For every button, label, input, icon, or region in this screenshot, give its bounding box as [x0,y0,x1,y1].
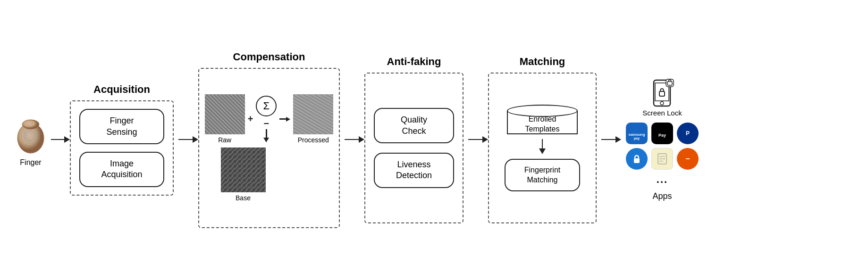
app-icons-row2: − [626,148,699,170]
acquisition-stage: Acquisition FingerSensing ImageAcquisiti… [70,83,174,196]
match-v-line [542,139,543,148]
acquisition-label: Acquisition [93,83,150,96]
finger-label: Finger [20,158,41,167]
samsung-pay-icon: samsung pay [626,123,648,144]
liveness-detection-box: LivenessDetection [374,153,454,188]
apps-section: Screen Lock samsung pay Pay P [626,78,699,201]
minus-arrow: − [263,118,269,142]
raw-container: Raw [205,94,245,144]
app-icons-row1: samsung pay Pay P [626,123,699,144]
svg-text:−: − [685,155,690,163]
base-label: Base [236,194,251,202]
svg-text:Pay: Pay [658,133,666,138]
arrow-af-to-match [468,136,488,143]
svg-point-5 [22,120,39,129]
antifaking-box: QualityCheck LivenessDetection [364,73,463,223]
arrow-finger-to-acq [51,136,70,143]
base-inner: Base [221,148,266,202]
antifaking-inner: QualityCheck LivenessDetection [374,108,454,188]
apple-pay-icon: Pay [651,123,673,144]
finger-image [14,112,47,155]
base-square [221,148,266,192]
processed-label: Processed [298,136,329,144]
finger-stage: Finger [14,112,47,167]
arrow-match-to-apps [601,136,621,143]
arrow-comp-to-af [345,136,364,143]
apps-label: Apps [652,191,672,201]
processed-square [293,94,333,134]
svg-rect-16 [634,158,640,163]
samsung-pay-svg: samsung pay [629,125,645,141]
svg-text:samsung: samsung [629,132,645,137]
v-line-down [266,129,267,138]
matching-inner: EnrolledTemplates FingerprintMatching [497,105,587,192]
cylinder-enrolled: EnrolledTemplates [505,105,580,134]
cylinder-top [507,105,578,117]
v-arrowhead-down [263,138,269,142]
screen-lock-icon [649,78,675,109]
cylinder-label: EnrolledTemplates [525,115,560,134]
minus-sign: − [264,118,270,129]
paypal-svg: P [680,125,696,141]
compensation-stage: Compensation Raw + Σ − [198,51,340,228]
lock-app-svg [629,151,645,167]
orange-app-icon: − [677,148,699,170]
svg-text:P: P [686,130,690,137]
compensation-label: Compensation [233,51,305,63]
comp-top-row: Raw + Σ − [205,94,334,144]
svg-text:pay: pay [634,137,640,140]
svg-point-9 [660,101,664,105]
arrow-acq-to-comp [178,136,198,143]
svg-rect-8 [659,91,665,96]
match-v-arrowhead [539,148,546,154]
screen-lock-container: Screen Lock [642,78,682,117]
fingerprint-matching-box: FingerprintMatching [505,159,580,192]
matching-label: Matching [520,56,565,68]
apps-dots: ... [657,173,668,186]
antifaking-label: Anti-faking [387,56,441,68]
plus-sign: + [248,114,253,124]
compensation-box: Raw + Σ − [198,68,340,228]
base-container: Base [221,148,266,202]
raw-label: Raw [218,136,231,144]
paypal-icon: P [677,123,699,144]
orange-app-svg: − [680,151,696,167]
antifaking-stage: Anti-faking QualityCheck LivenessDetecti… [364,56,463,223]
raw-square [205,94,245,134]
lock-app-icon [626,148,648,170]
acquisition-inner: FingerSensing ImageAcquisition [79,109,164,187]
image-acquisition-box: ImageAcquisition [79,152,164,187]
processed-container: Processed [293,94,333,144]
diagram: Finger Acquisition FingerSensing ImageAc… [0,0,868,279]
h-arrow-to-processed [279,117,290,122]
match-down-arrow [539,139,546,154]
sigma-circle: Σ [256,96,277,116]
finger-sensing-box: FingerSensing [79,109,164,144]
notes-app-icon [651,148,673,170]
apple-pay-svg: Pay [654,125,670,141]
acquisition-box: FingerSensing ImageAcquisition [70,100,174,196]
matching-box: EnrolledTemplates FingerprintMatching [488,73,597,223]
notes-svg [654,151,670,167]
finger-svg [14,112,47,155]
sigma-container: Σ − [256,96,277,142]
matching-stage: Matching EnrolledTemplates FingerprintMa… [488,56,597,223]
quality-check-box: QualityCheck [374,108,454,143]
screen-lock-label: Screen Lock [642,109,682,117]
